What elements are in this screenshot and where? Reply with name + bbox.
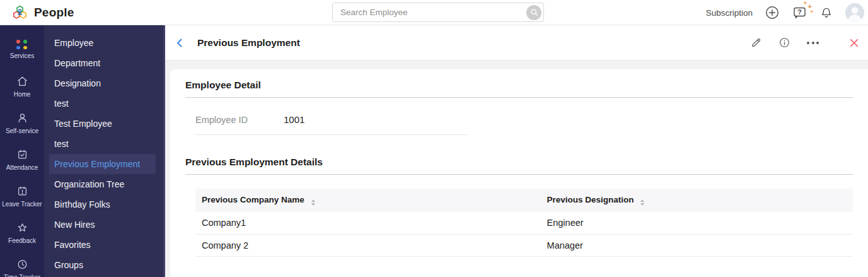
cell-designation: Engineer xyxy=(541,212,853,234)
home-icon xyxy=(16,75,29,88)
sidebar-item-test-employee[interactable]: Test Employee xyxy=(44,114,163,134)
sparkle-icon: + xyxy=(804,1,807,6)
rail-item-home[interactable]: Home xyxy=(0,68,44,105)
previous-employment-table: Previous Company Name Previous Designati… xyxy=(195,189,853,257)
person-icon xyxy=(16,112,29,124)
rail-item-leave-tracker[interactable]: Leave Tracker xyxy=(0,178,44,215)
calendar-check-icon xyxy=(16,148,29,161)
sidebar-item-test-2[interactable]: test xyxy=(44,134,163,154)
brand: People xyxy=(11,4,74,20)
content-header: Previous Employment xyxy=(165,25,868,61)
sort-icon[interactable] xyxy=(640,199,644,206)
rail-item-time-tracker[interactable]: Time Tracker xyxy=(0,251,44,277)
sidebar-item-birthday-folks[interactable]: Birthday Folks xyxy=(44,194,163,215)
page-title: Previous Employment xyxy=(197,37,300,49)
field-value: 1001 xyxy=(284,114,304,125)
search-button[interactable] xyxy=(526,5,541,20)
close-icon[interactable] xyxy=(849,38,859,48)
field-label: Employee ID xyxy=(195,115,284,125)
module-rail: Services Home Self-service xyxy=(0,25,44,277)
rail-item-attendance[interactable]: Attendance xyxy=(0,141,44,178)
sparkle-icon: + xyxy=(810,9,813,15)
column-header-previous-designation[interactable]: Previous Designation xyxy=(541,189,853,212)
people-logo-icon xyxy=(11,4,28,20)
back-button[interactable] xyxy=(173,35,186,50)
main-content: Previous Employment xyxy=(165,25,868,277)
info-icon[interactable] xyxy=(778,37,790,49)
cell-company: Company1 xyxy=(195,212,541,234)
rail-item-self-service[interactable]: Self-service xyxy=(0,105,44,141)
sidebar-item-designation[interactable]: Designation xyxy=(44,73,163,93)
star-icon xyxy=(16,221,29,234)
content-body: Employee Detail Employee ID 1001 Previou… xyxy=(165,61,868,277)
svg-text:?: ? xyxy=(797,8,801,16)
topbar: People Subscription ? xyxy=(0,0,868,25)
more-options-icon[interactable] xyxy=(807,42,819,44)
services-dots-icon xyxy=(16,40,28,49)
sidebar-item-department[interactable]: Department xyxy=(44,53,163,73)
header-actions xyxy=(750,37,859,49)
sidebar-item-organization-tree[interactable]: Organization Tree xyxy=(44,174,163,194)
sort-icon[interactable] xyxy=(311,199,315,206)
cell-designation: Manager xyxy=(541,234,853,256)
detail-card: Employee Detail Employee ID 1001 Previou… xyxy=(170,69,868,277)
notifications-icon[interactable] xyxy=(819,6,833,20)
field-row-employee-id: Employee ID 1001 xyxy=(195,114,468,135)
search-employee xyxy=(332,3,544,22)
help-icon[interactable]: ? + + + xyxy=(792,5,807,20)
sidebar-item-test[interactable]: test xyxy=(44,93,163,114)
rail-item-feedback[interactable]: Feedback xyxy=(0,215,44,251)
views-sidebar: Employee Department Designation test Tes… xyxy=(44,25,165,277)
sidebar-item-favorites[interactable]: Favorites xyxy=(44,235,163,255)
search-input[interactable] xyxy=(332,3,544,22)
table-row[interactable]: Company1 Engineer xyxy=(195,212,853,234)
avatar[interactable] xyxy=(845,3,864,22)
sidebar-item-groups[interactable]: Groups xyxy=(44,255,163,275)
table-row[interactable]: Company 2 Manager xyxy=(195,234,853,256)
rail-item-services[interactable]: Services xyxy=(0,32,44,68)
column-header-previous-company-name[interactable]: Previous Company Name xyxy=(195,189,541,212)
search-icon xyxy=(529,8,539,17)
add-icon[interactable] xyxy=(765,5,780,20)
section-heading-employee-detail: Employee Detail xyxy=(185,80,853,98)
sidebar-item-new-hires[interactable]: New Hires xyxy=(44,215,163,235)
subscription-link[interactable]: Subscription xyxy=(706,8,753,18)
edit-icon[interactable] xyxy=(750,37,762,49)
cell-company: Company 2 xyxy=(195,234,541,256)
sidebar-item-employee[interactable]: Employee xyxy=(44,33,163,53)
calendar-alert-icon xyxy=(16,185,29,197)
app-title: People xyxy=(34,6,74,20)
section-heading-previous-employment: Previous Employment Details xyxy=(185,156,853,175)
sidebar-item-previous-employment[interactable]: Previous Employment xyxy=(49,154,156,174)
table-header-row: Previous Company Name Previous Designati… xyxy=(195,189,853,212)
clock-icon xyxy=(16,258,29,271)
topbar-right: Subscription ? + + + xyxy=(706,0,864,25)
